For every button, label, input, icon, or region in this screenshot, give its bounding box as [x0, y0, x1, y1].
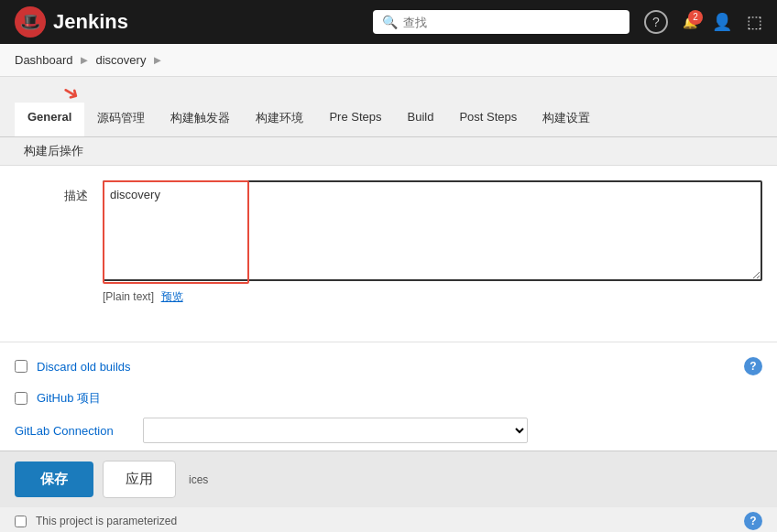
header-icons: ? 🔔 2 👤 ⬚ [644, 10, 762, 34]
form-section: 描述 discovery [Plain text] 预览 [0, 166, 777, 334]
preview-link[interactable]: 预览 [161, 290, 183, 303]
search-icon: 🔍 [382, 15, 398, 29]
app-title: Jenkins [53, 10, 128, 34]
tabs-row1: General 源码管理 构建触发器 构建环境 Pre Steps Build … [0, 103, 777, 137]
tab-post-build[interactable]: 构建后操作 [15, 140, 93, 161]
github-project-label[interactable]: GitHub 项目 [37, 390, 101, 407]
notification-bell[interactable]: 🔔 2 [683, 16, 697, 29]
discard-builds-label[interactable]: Discard old builds [37, 360, 131, 374]
github-project-checkbox[interactable] [15, 392, 27, 405]
gitlab-connection-row: GitLab Connection [0, 414, 777, 451]
search-box[interactable]: 🔍 [373, 10, 629, 34]
apply-button[interactable]: 应用 [103, 461, 176, 498]
breadcrumb-sep1: ► [79, 53, 91, 67]
description-field: discovery [Plain text] 预览 [103, 180, 762, 305]
tab-build-env[interactable]: 构建环境 [243, 103, 316, 136]
tabs-row2: 构建后操作 [0, 137, 777, 166]
plain-text-label: [Plain text] [103, 290, 154, 303]
discard-builds-checkbox[interactable] [15, 360, 27, 373]
parameterized-help-icon[interactable]: ? [744, 512, 762, 530]
breadcrumb-project[interactable]: discovery [95, 53, 146, 67]
preview-row: [Plain text] 预览 [103, 289, 762, 305]
tab-source[interactable]: 源码管理 [84, 103, 158, 136]
gitlab-connection-label: GitLab Connection [15, 424, 134, 438]
tab-pre-steps[interactable]: Pre Steps [316, 103, 394, 136]
notification-badge: 2 [688, 10, 703, 25]
tab-build[interactable]: Build [395, 103, 447, 136]
arrow-pointer: ➜ [0, 77, 777, 103]
breadcrumb-sep2: ► [151, 53, 163, 67]
tab-post-steps[interactable]: Post Steps [446, 103, 530, 136]
parameterized-label: This project is parameterized [36, 515, 177, 527]
save-button[interactable]: 保存 [15, 461, 93, 497]
tab-general[interactable]: General [15, 103, 84, 136]
description-label: 描述 [15, 180, 88, 204]
discard-help-icon[interactable]: ? [744, 357, 762, 375]
description-textarea[interactable] [103, 180, 762, 281]
app-header: 🎩 Jenkins 🔍 ? 🔔 2 👤 ⬚ [0, 0, 777, 44]
search-input[interactable] [403, 16, 620, 29]
tab-build-triggers[interactable]: 构建触发器 [158, 103, 243, 136]
breadcrumb: Dashboard ► discovery ► [0, 44, 777, 77]
jenkins-logo: 🎩 Jenkins [15, 6, 128, 38]
bottom-bar: 保存 应用 ices [0, 451, 777, 507]
main-content: 描述 discovery [Plain text] 预览 [0, 166, 777, 451]
parameterized-row: This project is parameterized ? [0, 507, 777, 532]
tab-build-settings[interactable]: 构建设置 [530, 103, 603, 136]
parameterized-checkbox[interactable] [15, 516, 27, 527]
header-help-icon[interactable]: ? [644, 10, 668, 34]
logout-icon[interactable]: ⬚ [747, 12, 762, 32]
discard-builds-row: Discard old builds ? [0, 350, 777, 383]
gitlab-connection-select[interactable] [143, 418, 528, 443]
description-row: 描述 discovery [Plain text] 预览 [15, 180, 762, 305]
bottom-hint: ices [189, 473, 208, 486]
breadcrumb-dashboard[interactable]: Dashboard [15, 53, 73, 67]
user-icon[interactable]: 👤 [712, 12, 732, 32]
github-project-row: GitHub 项目 [0, 383, 777, 414]
jenkins-avatar: 🎩 [15, 6, 46, 38]
